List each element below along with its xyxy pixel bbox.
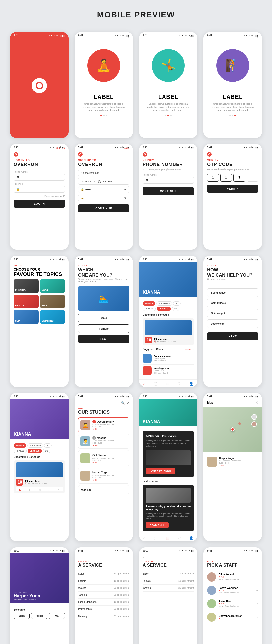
tag2-wellness[interactable]: WELLNESS xyxy=(27,443,43,448)
service2-facials[interactable]: Facials 10 appointment xyxy=(143,577,194,585)
play-icon[interactable]: ▶ xyxy=(19,489,21,491)
topic-swimming[interactable]: SWIMMING xyxy=(40,310,65,324)
vphone-continue-button[interactable]: CONTINUE xyxy=(143,187,194,195)
staff-paityn[interactable]: Paityn Workman ★ 4.8 View info and sched… xyxy=(207,584,258,597)
tag-fitness[interactable]: FITNESS xyxy=(143,307,156,311)
heart-icon-spread[interactable]: ♡ xyxy=(178,536,181,540)
verify-button[interactable]: VERIFY xyxy=(207,185,258,193)
topic-sup[interactable]: SUP xyxy=(14,310,39,324)
map-studio-card[interactable]: Harper Yoga 44 Swanson Dr Hamden 5:30 - … xyxy=(207,455,258,469)
tag2-classes[interactable]: CLASSES xyxy=(28,449,42,453)
staff-alina[interactable]: Alina Arcand ★ 4.9 View info and schedul… xyxy=(207,570,258,584)
email-input[interactable]: masstudio.uiux@gmail.com xyxy=(78,178,129,185)
heart2-icon[interactable]: ♡ xyxy=(48,489,50,491)
topic-running[interactable]: RUNNING xyxy=(14,279,39,293)
service2-salon[interactable]: Salon 10 appointment xyxy=(143,570,194,577)
tag-classes[interactable]: CLASSES xyxy=(157,307,171,311)
goal-being-active[interactable]: Being active xyxy=(207,288,258,297)
service-waxing[interactable]: Waxing 21 appointment xyxy=(78,585,129,592)
home-icon[interactable]: ⌂ xyxy=(143,382,145,386)
tag-wellness[interactable]: WELLNESS xyxy=(156,301,172,306)
goal-gain-weight[interactable]: Gain weight xyxy=(207,309,258,317)
goals-next-button[interactable]: NEXT xyxy=(207,332,258,340)
signup-continue-button[interactable]: CONTINUE xyxy=(78,204,129,212)
eye-icon-confirm[interactable]: 👁 xyxy=(124,197,127,199)
password-input-signup[interactable]: 🔒 •••••• 👁 xyxy=(78,186,129,193)
back-service1[interactable]: ← xyxy=(78,556,129,559)
see-all-suggested[interactable]: See all → xyxy=(185,348,194,350)
password-input-group[interactable]: 🔒 xyxy=(14,186,65,193)
read-full-button[interactable]: READ FULL xyxy=(146,522,169,528)
back-arrow-studios[interactable]: ← xyxy=(78,401,81,404)
service-permanents[interactable]: Permanents 33 appointment xyxy=(78,606,129,613)
skip-button-3[interactable]: Skip xyxy=(254,35,258,38)
eye-icon-signup[interactable]: 👁 xyxy=(124,188,127,191)
facials-tab[interactable]: Facials xyxy=(31,613,47,619)
male-button[interactable]: Male xyxy=(78,314,129,322)
service-tanning[interactable]: Tanning 08 appointment xyxy=(78,592,129,599)
studio-card-3[interactable]: Ciel Studio 44 Swanson Dr Hamden 5:30 - … xyxy=(78,450,129,466)
tag2-co[interactable]: CO xyxy=(43,449,50,453)
studio-card-2[interactable]: 🧖 2 Masspa 44 Swanson Dr Hamden 6:30 - 3… xyxy=(78,434,129,449)
password-input[interactable]: 🔒 xyxy=(14,186,65,193)
skip-button-2[interactable]: Skip xyxy=(189,35,194,38)
home-icon-spread[interactable]: ⌂ xyxy=(143,536,145,540)
skip-button-1[interactable]: Skip xyxy=(125,35,129,38)
search-icon-spread[interactable]: ◯ xyxy=(154,536,158,540)
confirm-password-input[interactable]: 🔒 •••••• 👁 xyxy=(78,195,129,201)
service-lash[interactable]: Lash Extensions 10 appointment xyxy=(78,599,129,606)
studio-card-5[interactable]: Yoga Life xyxy=(78,485,129,494)
topic-hike[interactable]: HIKE xyxy=(40,295,65,308)
invite-friends-button[interactable]: INVITE FRIENDS xyxy=(146,468,175,474)
map-area[interactable] xyxy=(203,407,262,452)
share-studios-icon[interactable]: ↗ xyxy=(127,401,129,405)
service2-waxing[interactable]: Waxing 21 appointment xyxy=(143,585,194,592)
service-salon[interactable]: Salon 10 appointment xyxy=(78,570,129,577)
phone-input[interactable]: ☎ xyxy=(14,174,65,181)
studio-card-1[interactable]: 💆 1 Ocean Beauty 44 Swanson Dr Hamden 6:… xyxy=(78,417,129,432)
map-close-button[interactable]: ✕ xyxy=(255,401,258,405)
goal-lose-weight[interactable]: Lose weight xyxy=(207,319,258,328)
staff-cheyenne[interactable]: Cheyenne Bothman ★ → xyxy=(207,610,258,624)
heart-icon[interactable]: ♡ xyxy=(178,382,181,386)
otp-box-1[interactable]: 1 xyxy=(207,174,219,182)
tag-co[interactable]: CO xyxy=(172,307,179,311)
female-button[interactable]: Female xyxy=(78,324,129,333)
back-staff[interactable]: ← xyxy=(207,556,258,559)
phone-input-group[interactable]: ☎ xyxy=(14,174,65,181)
service-massage[interactable]: Massage 31 appointment xyxy=(78,613,129,620)
user-icon-spread[interactable]: 👤 xyxy=(189,536,193,540)
otp-box-4[interactable] xyxy=(247,174,259,182)
login-button[interactable]: LOG IN xyxy=(14,200,65,208)
pause-icon[interactable]: ⏸ xyxy=(29,489,31,491)
otp-box-2[interactable]: 1 xyxy=(220,174,232,182)
search-icon[interactable]: ◯ xyxy=(154,382,158,386)
back-service2[interactable]: ← xyxy=(143,556,194,559)
grid-icon[interactable]: ⊞ xyxy=(39,489,41,491)
login-link[interactable]: Log In xyxy=(123,147,129,149)
tag-ac[interactable]: AC xyxy=(173,301,181,306)
search-studios-icon[interactable]: 🔍 xyxy=(121,401,125,405)
studio-card-4[interactable]: Harper Yoga 44 Swanson Dr Hamden 5:30 - … xyxy=(78,468,129,484)
calendar-icon-spread[interactable]: ▤ xyxy=(166,536,169,540)
tag2-ac[interactable]: AC xyxy=(44,443,52,448)
otp-boxes[interactable]: 1 1 7 xyxy=(207,174,258,182)
goal-gain-muscle[interactable]: Gain muscle xyxy=(207,299,258,307)
share-icon[interactable]: ↗ xyxy=(57,489,59,491)
fullname-input[interactable]: Kianna Bothman xyxy=(78,170,129,176)
calendar-icon[interactable]: ▤ xyxy=(166,382,169,386)
user-icon[interactable]: 👤 xyxy=(189,382,193,386)
wa-tab[interactable]: Wa xyxy=(49,613,65,619)
vphone-input[interactable]: ☎ xyxy=(143,177,194,184)
topic-beauty[interactable]: BEAUTY xyxy=(14,295,39,308)
otp-box-3[interactable]: 7 xyxy=(233,174,245,182)
service-facials[interactable]: Facials 10 appointment xyxy=(78,577,129,585)
gender-next-button[interactable]: NEXT xyxy=(78,335,129,343)
topic-yoga[interactable]: YOGA xyxy=(40,279,65,293)
tag-beauty[interactable]: BEAUTY xyxy=(143,301,155,306)
tag2-fitness[interactable]: FITNESS xyxy=(14,449,27,453)
forgot-password-link[interactable]: Forgot your password? xyxy=(14,195,65,197)
tag2-beauty[interactable]: BEAUTY xyxy=(14,443,26,448)
salon-tab[interactable]: Salon xyxy=(14,613,30,619)
staff-anika[interactable]: Anika Dias ★ 5.0 View info and schedule … xyxy=(207,597,258,610)
